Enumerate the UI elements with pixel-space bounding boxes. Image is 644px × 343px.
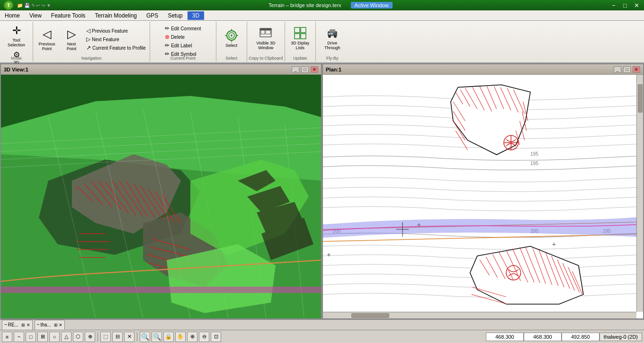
flyby-label: Fly-By	[326, 56, 339, 61]
menu-home[interactable]: Home	[0, 11, 25, 20]
view-3d-close[interactable]: ✕	[311, 66, 318, 73]
toolbar-group-select: Select Select	[216, 22, 247, 62]
bt-icon-4[interactable]: ⊞	[37, 332, 48, 342]
next-point-icon: ▷	[67, 27, 76, 41]
maximize-button[interactable]: □	[621, 2, 629, 9]
current-point-label: Current Point	[170, 56, 196, 61]
close-button[interactable]: ✕	[633, 2, 640, 9]
plan-scrollbar-horizontal[interactable]	[323, 312, 636, 318]
bt-icon-6[interactable]: △	[61, 332, 72, 342]
svg-rect-10	[261, 30, 265, 34]
drive-through-button[interactable]: DriveThrough	[321, 23, 344, 54]
next-feature-button[interactable]: ▷ Next Feature	[84, 35, 148, 43]
toolbar: ✛ ToolSelection ⚙ 3DOptionsWindow Mode ◁…	[0, 21, 644, 63]
bt-icon-zoom-out2[interactable]: ⊖	[199, 332, 209, 342]
svg-point-2	[231, 35, 233, 36]
delete-button[interactable]: ⊗ Delete	[163, 33, 203, 41]
svg-text:+: +	[417, 221, 421, 229]
view-plan-maximize[interactable]: □	[623, 66, 631, 73]
bt-icon-fit[interactable]: ⊡	[211, 332, 221, 342]
coord-x1: 468.300	[486, 333, 524, 341]
3d-display-lists-button[interactable]: 3D DiplayLists	[287, 23, 313, 54]
terrain-3d-svg	[1, 75, 321, 318]
tab-tha-label: tha...	[40, 322, 51, 327]
tool-selection-button[interactable]: ✛ ToolSelection	[4, 23, 29, 49]
coord-x2: 468.300	[524, 333, 562, 341]
view-3d: 3D View:1 _ □ ✕	[0, 63, 322, 319]
view-3d-minimize[interactable]: _	[292, 66, 299, 73]
toolbar-group-copy: Visible 3DWindow Copy to Clipboard	[247, 22, 285, 62]
canvas-plan[interactable]: 195 195 200 195 200	[323, 75, 643, 318]
prev-feature-icon: ◁	[86, 27, 90, 34]
tab-re-controls: ⊞ ✕	[21, 323, 30, 327]
svg-text:195: 195	[530, 161, 538, 166]
tab-re[interactable]: ~ RE... ⊞ ✕	[2, 320, 33, 330]
menu-3d[interactable]: 3D	[188, 11, 204, 20]
menu-terrain-modeling[interactable]: Terrain Modeling	[90, 11, 142, 20]
edit-label-button[interactable]: ✏ Edit Label	[163, 42, 203, 49]
svg-text:195: 195	[530, 151, 538, 157]
bt-icon-8[interactable]: ⊕	[85, 332, 95, 342]
plan-svg: 195 195 200 195 200	[323, 75, 636, 312]
coord-y: 492.850	[562, 333, 599, 341]
view-plan-header: Plan:1 _ □ ✕	[323, 64, 643, 75]
bt-icon-2[interactable]: ~	[14, 332, 24, 342]
bt-icon-zoom-in2[interactable]: ⊕	[187, 332, 197, 342]
menu-bar: Home View Feature Tools Terrain Modeling…	[0, 10, 644, 21]
bt-icon-pan[interactable]: ✋	[175, 332, 186, 342]
view-plan-minimize[interactable]: _	[614, 66, 621, 73]
select-icon	[225, 29, 238, 42]
toolbar-group-current-point: ✏ Edit Comment ⊗ Delete ✏ Edit Label ✏ E…	[150, 22, 216, 62]
view-plan-title: Plan:1	[326, 67, 341, 72]
minimize-button[interactable]: −	[610, 2, 617, 9]
view-3d-title: 3D View:1	[4, 67, 28, 72]
tab-tha[interactable]: ~ tha... ⊞ ✕	[35, 320, 65, 330]
mode-label: Mode	[11, 56, 22, 61]
bt-icon-9[interactable]: ⬚	[100, 332, 111, 342]
toolbar-group-flyby: DriveThrough Fly-By	[316, 22, 349, 62]
prev-feature-button[interactable]: ◁ Previous Feature	[84, 27, 148, 35]
view-plan: Plan:1 _ □ ✕	[322, 63, 644, 319]
visible-3d-window-button[interactable]: Visible 3DWindow	[252, 23, 279, 54]
edit-comment-icon: ✏	[165, 25, 170, 32]
tool-selection-icon: ✛	[12, 25, 21, 37]
bt-icon-zoom-out[interactable]: 🔍	[152, 332, 162, 342]
bt-icon-1[interactable]: ≡	[2, 332, 12, 342]
bt-icon-10[interactable]: ⊟	[112, 332, 123, 342]
copy-label: Copy to Clipboard	[249, 56, 283, 61]
menu-view[interactable]: View	[25, 11, 46, 20]
svg-rect-8	[260, 28, 271, 30]
svg-rect-14	[301, 34, 306, 39]
windows-area: 3D View:1 _ □ ✕	[0, 63, 644, 319]
prev-point-icon: ◁	[43, 27, 51, 41]
view-3d-maximize[interactable]: □	[301, 66, 309, 73]
bt-icon-5[interactable]: ○	[49, 332, 60, 342]
tab-re-icon: ~	[4, 322, 7, 327]
update-label: Update	[293, 56, 307, 61]
next-point-button[interactable]: ▷ NextPoint	[60, 23, 83, 56]
tab-tha-controls: ⊞ ✕	[54, 323, 63, 327]
curr-feature-profile-button[interactable]: ↗ Current Feature to Profile	[84, 44, 148, 52]
plan-scrollbar-vertical[interactable]	[636, 75, 643, 312]
bt-icon-zoom-in[interactable]: 🔍	[140, 332, 150, 342]
svg-point-17	[334, 35, 337, 38]
tab-tha-icon: ~	[37, 322, 40, 327]
bt-icon-3[interactable]: □	[26, 332, 36, 342]
bt-icon-lock[interactable]: 🔒	[163, 332, 174, 342]
prev-point-button[interactable]: ◁ PreviousPoint	[35, 23, 59, 56]
menu-feature-tools[interactable]: Feature Tools	[46, 11, 90, 20]
bt-icon-7[interactable]: ⬡	[73, 332, 83, 342]
svg-point-16	[328, 35, 331, 38]
bottom-toolbar: ≡ ~ □ ⊞ ○ △ ⬡ ⊕ ⬚ ⊟ ✕ 🔍 🔍 🔒 ✋ ⊕ ⊖ ⊡ 468.…	[0, 330, 644, 343]
edit-comment-button[interactable]: ✏ Edit Comment	[163, 25, 203, 32]
select-label: Select	[225, 56, 237, 61]
canvas-3d[interactable]	[1, 75, 321, 318]
active-badge: Active Window	[351, 2, 393, 9]
select-button[interactable]: Select	[220, 23, 243, 54]
curr-feature-icon: ↗	[86, 44, 91, 51]
menu-setup[interactable]: Setup	[163, 11, 187, 20]
bt-icon-11[interactable]: ✕	[124, 332, 134, 342]
delete-icon: ⊗	[165, 34, 170, 40]
menu-gps[interactable]: GPS	[142, 11, 163, 20]
view-plan-close[interactable]: ✕	[633, 66, 640, 73]
